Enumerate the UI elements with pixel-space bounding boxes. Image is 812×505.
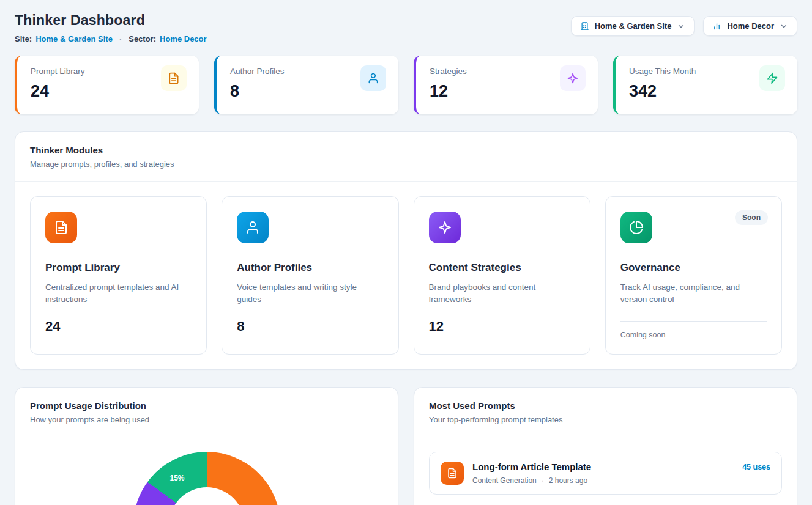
modules-grid: Prompt Library Centralized prompt templa… [15, 182, 797, 369]
usage-chart-header: Prompt Usage Distribution How your promp… [15, 388, 398, 437]
page-header: Thinker Dashboard Site: Home & Garden Si… [15, 12, 797, 43]
file-text-icon [161, 65, 187, 91]
most-used-title: Most Used Prompts [429, 400, 782, 411]
modules-subtitle: Manage prompts, profiles, and strategies [30, 160, 782, 169]
header-left: Thinker Dashboard Site: Home & Garden Si… [15, 12, 207, 43]
sector-label: Sector: [129, 34, 156, 43]
prompt-list: Long-form Article Template Content Gener… [414, 437, 797, 505]
stat-card-prompt-library: Prompt Library 24 [15, 56, 199, 114]
coming-soon-text: Coming soon [620, 331, 767, 339]
module-card-author-profiles[interactable]: Author Profiles Voice templates and writ… [222, 196, 398, 355]
meta-separator: · [542, 476, 544, 485]
file-text-icon [45, 212, 77, 243]
module-count: 24 [45, 319, 192, 334]
module-card-governance[interactable]: Soon Governance Track AI usage, complian… [605, 196, 782, 355]
page-title: Thinker Dashboard [15, 12, 207, 29]
thinker-modules-panel: Thinker Modules Manage prompts, profiles… [15, 131, 797, 370]
prompt-title: Long-form Article Template [472, 462, 591, 472]
prompt-uses-badge: 45 uses [742, 462, 770, 471]
usage-chart-title: Prompt Usage Distribution [30, 400, 383, 411]
sector-selector-label: Home Decor [727, 21, 774, 31]
zap-icon [759, 65, 785, 91]
user-icon [360, 65, 386, 91]
module-title: Governance [620, 262, 767, 274]
breadcrumb: Site: Home & Garden Site · Sector: Home … [15, 34, 207, 43]
header-selectors: Home & Garden Site Home Decor [571, 16, 797, 36]
site-selector-dropdown[interactable]: Home & Garden Site [571, 16, 695, 36]
bottom-row: Prompt Usage Distribution How your promp… [15, 387, 797, 505]
donut-percent-label: 15% [170, 474, 185, 482]
sector-link[interactable]: Home Decor [160, 34, 207, 43]
file-text-icon [441, 462, 464, 485]
meta-separator: · [119, 34, 122, 43]
usage-chart-body: 15% [15, 437, 398, 505]
module-title: Prompt Library [45, 262, 192, 274]
stat-card-author-profiles: Author Profiles 8 [214, 56, 398, 114]
most-used-prompts-panel: Most Used Prompts Your top-performing pr… [414, 387, 797, 505]
module-title: Author Profiles [237, 262, 383, 274]
sparkle-icon [429, 212, 461, 243]
prompt-item-text: Long-form Article Template Content Gener… [472, 462, 591, 485]
module-title: Content Strategies [429, 262, 575, 274]
user-icon [237, 212, 269, 243]
module-card-content-strategies[interactable]: Content Strategies Brand playbooks and c… [414, 196, 590, 355]
modules-title: Thinker Modules [30, 145, 782, 155]
soon-badge: Soon [735, 210, 768, 225]
building-icon [580, 21, 589, 31]
most-used-header: Most Used Prompts Your top-performing pr… [414, 388, 797, 437]
prompt-category: Content Generation [472, 476, 537, 485]
pie-chart-icon [620, 212, 652, 243]
prompt-time: 2 hours ago [549, 476, 587, 485]
chevron-down-icon [780, 22, 788, 31]
module-description: Centralized prompt templates and AI inst… [45, 281, 192, 306]
site-link[interactable]: Home & Garden Site [35, 34, 113, 43]
usage-distribution-panel: Prompt Usage Distribution How your promp… [15, 387, 398, 505]
module-card-prompt-library[interactable]: Prompt Library Centralized prompt templa… [30, 196, 207, 355]
stat-card-strategies: Strategies 12 [414, 56, 598, 114]
stats-row: Prompt Library 24 Author Profiles 8 Stra… [15, 56, 797, 114]
bar-chart-icon [712, 21, 721, 31]
module-divider [620, 321, 767, 322]
chevron-down-icon [677, 22, 685, 31]
modules-header: Thinker Modules Manage prompts, profiles… [15, 132, 797, 182]
list-item[interactable]: Long-form Article Template Content Gener… [429, 452, 782, 495]
module-description: Track AI usage, compliance, and version … [620, 281, 767, 306]
module-description: Brand playbooks and content frameworks [429, 281, 575, 306]
dashboard-page: Thinker Dashboard Site: Home & Garden Si… [0, 0, 812, 505]
module-count: 12 [429, 319, 575, 334]
usage-chart-subtitle: How your prompts are being used [30, 415, 383, 424]
module-count: 8 [237, 319, 383, 334]
site-label: Site: [15, 34, 32, 43]
donut-hole [169, 487, 245, 505]
most-used-subtitle: Your top-performing prompt templates [429, 415, 782, 424]
usage-donut: 15% [133, 452, 280, 505]
prompt-meta: Content Generation · 2 hours ago [472, 476, 591, 485]
sparkle-icon [560, 65, 586, 91]
module-description: Voice templates and writing style guides [237, 281, 383, 306]
site-selector-label: Home & Garden Site [595, 21, 672, 31]
stat-card-usage: Usage This Month 342 [613, 56, 797, 114]
sector-selector-dropdown[interactable]: Home Decor [703, 16, 797, 36]
